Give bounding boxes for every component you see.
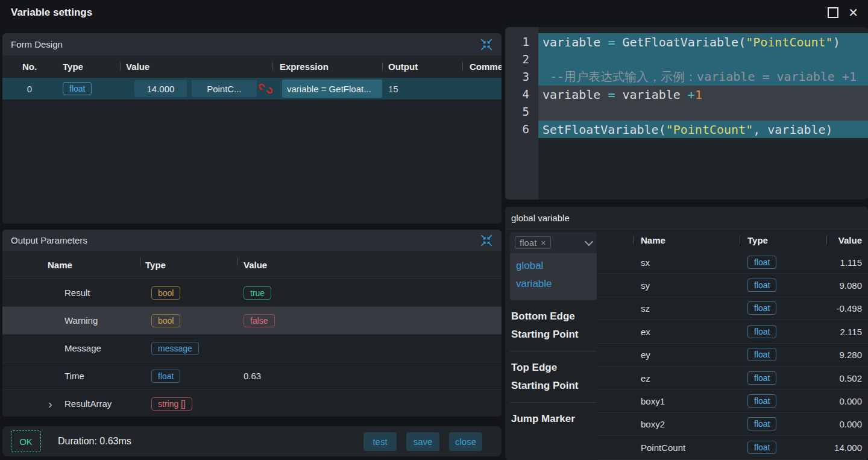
table-row[interactable]: Resultbooltrue [2,279,502,306]
code-line[interactable] [538,103,868,121]
param-name: Time [64,371,84,381]
variable-value: 0.000 [839,396,862,406]
line-number: 5 [505,103,529,121]
param-name-cell: Time [2,362,140,389]
table-row[interactable]: exfloat2.115 [597,320,868,342]
category-option-selected[interactable]: global variable [510,253,597,300]
code-token: GetFloatVariable( [622,35,746,49]
collapse-icon[interactable]: ↘↙↗↖ [480,38,493,51]
test-button[interactable]: test [363,432,397,451]
variable-category-sidebar: float × global variable Bottom Edge Star… [510,232,597,435]
table-row[interactable]: eyfloat9.280 [597,343,868,366]
output-parameters-rows: ResultbooltrueWarningboolfalseMessagemes… [2,279,502,417]
type-badge: float [63,82,92,95]
variable-value: 0.000 [839,419,862,429]
code-token: "PointCount" [746,35,833,49]
column-type: Type [57,55,120,78]
column-name: Name [641,235,665,245]
variable-type-cell: float [747,301,776,315]
form-design-header: Form Design ↘↙↗↖ [2,33,502,55]
param-name: ResultArray [64,399,112,409]
variable-name: PointCount [641,442,685,452]
table-row[interactable]: Messagemessage [2,334,502,362]
code-line[interactable]: --用户表达式输入，示例：variable = variable +1 [538,68,868,86]
category-list-item[interactable]: Jump Marker [510,403,597,435]
param-value-cell: true [237,279,502,306]
variable-name: ex [641,326,650,336]
column-no: No. [2,55,57,78]
param-name: Result [64,288,90,298]
code-token: "PointCount" [666,122,753,137]
value-badge: true [244,286,271,300]
value-field[interactable]: 14.000 [134,80,187,97]
chevron-down-icon [585,237,593,245]
code-line[interactable]: SetFloatVariable("PointCount", variable) [538,121,868,138]
code-line[interactable] [538,51,868,68]
output-parameters-column-header: Name Type Value [2,251,502,279]
table-row[interactable]: boxy1float0.000 [597,389,868,412]
remove-tag-icon[interactable]: × [541,238,546,248]
table-row[interactable]: 0 float 14.000 PointC... variable = GetF… [2,78,502,99]
maximize-icon[interactable] [828,7,838,18]
param-type-cell: float [140,362,237,389]
table-row[interactable]: boxy2float0.000 [597,412,868,435]
table-row[interactable]: szfloat-0.498 [597,297,868,320]
code-line[interactable]: variable = variable +1 [538,86,868,103]
code-token: 1 [695,87,702,102]
ok-button[interactable]: OK [11,430,41,452]
code-editor[interactable]: 1variable = GetFloatVariable("PointCount… [505,27,868,200]
table-row[interactable]: Timefloat0.63 [2,362,502,389]
code-token: variable [622,87,687,102]
variable-type-cell: float [747,371,776,385]
variable-type-cell: float [747,417,776,430]
variable-value: 0.502 [839,373,862,383]
table-row[interactable]: ›ResultArraystring [] [2,389,502,417]
type-badge: float [747,371,776,385]
type-badge: float [747,256,776,269]
binding-field[interactable]: PointC... [192,80,257,97]
variable-name: sy [641,280,650,291]
param-name-cell: Result [2,279,140,306]
table-row[interactable]: syfloat9.080 [597,273,868,296]
line-number: 2 [505,51,529,68]
category-list-item[interactable]: Bottom Edge Starting Point [510,300,597,351]
output-value: 15 [382,78,462,99]
param-type-cell: bool [140,279,237,306]
global-variable-panel: global variable float × global variable … [505,207,868,460]
column-name: Name [2,251,140,279]
window-title: Variable settings [11,7,92,19]
table-row[interactable]: PointCountfloat14.000 [597,435,868,458]
global-variable-column-header: Name Type Value [597,230,868,251]
variable-type-cell: float [747,279,776,292]
type-badge: float [747,279,776,292]
save-button[interactable]: save [406,432,439,451]
collapse-icon[interactable]: ↘↙↗↖ [480,234,493,247]
expression-field[interactable]: variable = GetFloat... [282,80,382,98]
column-value: Value [838,235,862,245]
code-token: variable [542,87,608,102]
type-badge: bool [151,286,180,300]
type-badge: float [747,417,776,430]
window-controls: ✕ [828,7,858,18]
param-type-cell: message [140,335,237,362]
code-token: SetFloatVariable( [542,122,666,137]
expand-arrow-icon[interactable]: › [48,398,52,410]
variable-value: 2.115 [840,326,862,336]
code-line[interactable]: variable = GetFloatVariable("PointCount"… [538,33,868,51]
variable-value: 9.080 [839,280,862,291]
filter-select[interactable]: float × [510,232,597,253]
code-token: ) [833,35,840,49]
table-row[interactable]: ezfloat0.502 [597,366,868,389]
broken-link-icon[interactable] [259,82,272,95]
column-output: Output [382,55,462,78]
close-icon[interactable]: ✕ [848,7,858,18]
param-type-cell: bool [140,307,237,334]
close-button[interactable]: close [449,432,482,451]
category-list-item[interactable]: Top Edge Starting Point [510,351,597,403]
table-row[interactable]: sxfloat1.115 [597,251,868,273]
column-value: Value [120,55,272,78]
value-text: 0.63 [244,371,261,381]
table-row[interactable]: Warningboolfalse [2,306,502,334]
line-number: 3 [505,68,529,86]
type-badge: float [747,441,776,454]
